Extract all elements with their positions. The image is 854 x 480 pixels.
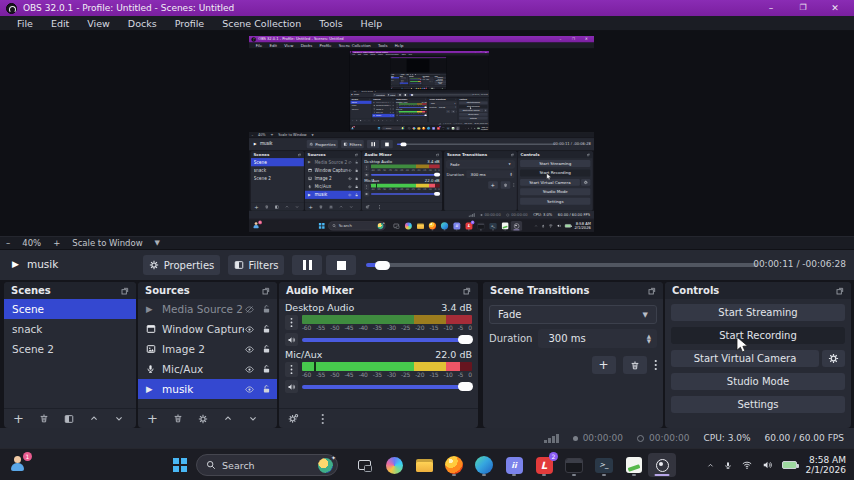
move-source-up-button[interactable] xyxy=(223,414,233,423)
scenes-dock-header[interactable]: Scenes xyxy=(4,282,136,299)
remove-scene-button[interactable] xyxy=(39,413,49,424)
seek-handle[interactable] xyxy=(375,261,390,270)
clock[interactable]: 8:58 AM 2/1/2026 xyxy=(806,455,846,476)
scene-item[interactable]: Scene xyxy=(4,299,136,319)
scale-mode-select[interactable]: Scale to Window xyxy=(72,238,142,248)
start-button[interactable] xyxy=(168,453,192,477)
zoom-in-button[interactable]: + xyxy=(53,238,60,248)
microphone-tray-icon[interactable] xyxy=(724,460,732,471)
dock-popout-icon[interactable] xyxy=(262,287,270,295)
advanced-audio-button[interactable] xyxy=(288,413,299,424)
transition-select[interactable]: Fade ▼ xyxy=(489,305,657,324)
menu-tools[interactable]: Tools xyxy=(310,16,351,31)
notes-app-icon[interactable] xyxy=(622,453,646,477)
scene-filters-button[interactable] xyxy=(64,414,74,424)
scene-transitions-header[interactable]: Scene Transitions xyxy=(483,282,663,299)
move-source-down-button[interactable] xyxy=(248,414,258,423)
titlebar[interactable]: OBS 32.0.1 - Profile: Untitled - Scenes:… xyxy=(0,0,854,16)
add-transition-button[interactable]: + xyxy=(592,356,616,374)
add-scene-button[interactable]: + xyxy=(13,414,24,424)
mute-button[interactable] xyxy=(285,333,298,346)
lock-icon[interactable] xyxy=(262,304,271,314)
media-pause-button[interactable] xyxy=(292,255,322,275)
visibility-off-icon[interactable] xyxy=(244,305,255,314)
volume-slider[interactable] xyxy=(302,385,472,389)
visibility-icon[interactable] xyxy=(244,385,255,394)
source-item[interactable]: Image 2 xyxy=(138,339,277,359)
scene-item[interactable]: Scene 2 xyxy=(4,339,136,359)
duration-input[interactable]: 300 ms ▲▼ xyxy=(538,329,657,348)
move-scene-down-button[interactable] xyxy=(114,414,124,423)
channel-menu-button[interactable] xyxy=(285,362,298,377)
menu-file[interactable]: File xyxy=(8,16,42,31)
preview-canvas[interactable]: OBS 32.0.1 - Profile: Untitled - Scenes:… xyxy=(0,31,854,236)
dock-popout-icon[interactable] xyxy=(463,287,471,295)
maximize-button[interactable]: ❐ xyxy=(798,0,808,16)
menu-docks[interactable]: Docks xyxy=(119,16,166,31)
lock-icon[interactable] xyxy=(262,364,271,374)
scene-item[interactable]: snack xyxy=(4,319,136,339)
close-button[interactable]: ✕ xyxy=(830,0,840,16)
dock-popout-icon[interactable] xyxy=(121,287,129,295)
controls-header[interactable]: Controls xyxy=(665,282,851,299)
lock-icon[interactable] xyxy=(262,384,271,394)
source-item[interactable]: ▶ musik xyxy=(138,379,277,399)
terminal-icon[interactable] xyxy=(562,453,586,477)
menu-help[interactable]: Help xyxy=(352,16,392,31)
search-highlight-icon[interactable] xyxy=(318,458,333,473)
lock-icon[interactable] xyxy=(262,324,271,334)
remove-source-button[interactable] xyxy=(173,413,183,424)
scale-mode-caret-icon[interactable]: ▼ xyxy=(155,239,160,247)
media-stop-button[interactable] xyxy=(326,255,356,275)
move-scene-up-button[interactable] xyxy=(89,414,99,423)
preview-video[interactable]: OBS 32.0.1 - Profile: Untitled - Scenes:… xyxy=(249,36,594,232)
dock-popout-icon[interactable] xyxy=(648,287,656,295)
add-source-button[interactable]: + xyxy=(147,414,158,424)
mute-button[interactable] xyxy=(285,380,298,393)
start-recording-button[interactable]: Start Recording xyxy=(671,327,845,344)
media-seek-slider[interactable] xyxy=(366,263,758,267)
volume-icon[interactable] xyxy=(762,460,773,470)
search-box[interactable]: Search xyxy=(196,454,338,476)
wifi-icon[interactable] xyxy=(741,460,753,470)
visibility-icon[interactable] xyxy=(244,325,255,334)
firefox-icon[interactable] xyxy=(442,453,466,477)
sources-dock-header[interactable]: Sources xyxy=(138,282,277,299)
task-view-button[interactable] xyxy=(352,453,376,477)
visibility-icon[interactable] xyxy=(244,365,255,374)
file-explorer-icon[interactable] xyxy=(412,453,436,477)
transition-menu-button[interactable] xyxy=(654,359,658,371)
volume-handle[interactable] xyxy=(458,335,473,344)
volume-handle[interactable] xyxy=(458,382,473,391)
source-item[interactable]: ▶ Media Source 2 xyxy=(138,299,277,319)
powershell-icon[interactable]: >_ xyxy=(592,453,616,477)
properties-button[interactable]: Properties xyxy=(143,255,220,275)
people-icon[interactable]: 1 xyxy=(6,453,30,477)
edge-icon[interactable] xyxy=(472,453,496,477)
studio-mode-button[interactable]: Studio Mode xyxy=(671,373,845,390)
dock-popout-icon[interactable] xyxy=(836,287,844,295)
remove-transition-button[interactable] xyxy=(623,356,647,374)
audio-mixer-header[interactable]: Audio Mixer xyxy=(279,282,478,299)
volume-slider[interactable] xyxy=(302,338,472,342)
menu-scene-collection[interactable]: Scene Collection xyxy=(213,16,310,31)
start-streaming-button[interactable]: Start Streaming xyxy=(671,304,845,321)
source-properties-button[interactable] xyxy=(198,414,208,424)
lock-icon[interactable] xyxy=(262,344,271,354)
obs-taskbar-icon[interactable] xyxy=(648,453,676,477)
teams-icon[interactable]: ii xyxy=(502,453,526,477)
virtual-camera-config-button[interactable] xyxy=(822,350,845,367)
tray-chevron-icon[interactable] xyxy=(706,462,715,469)
mixer-menu-button[interactable] xyxy=(321,413,325,425)
filters-button[interactable]: Filters xyxy=(228,255,284,275)
minimize-button[interactable]: – xyxy=(766,0,776,16)
menu-edit[interactable]: Edit xyxy=(42,16,78,31)
visibility-icon[interactable] xyxy=(244,345,255,354)
battery-icon[interactable] xyxy=(782,461,797,469)
l-app-icon[interactable]: L2 xyxy=(532,453,556,477)
menu-view[interactable]: View xyxy=(78,16,119,31)
spinner-arrows[interactable]: ▲▼ xyxy=(647,334,651,344)
source-item[interactable]: Window Capture xyxy=(138,319,277,339)
channel-menu-button[interactable] xyxy=(285,315,298,330)
zoom-out-button[interactable]: – xyxy=(6,238,10,248)
